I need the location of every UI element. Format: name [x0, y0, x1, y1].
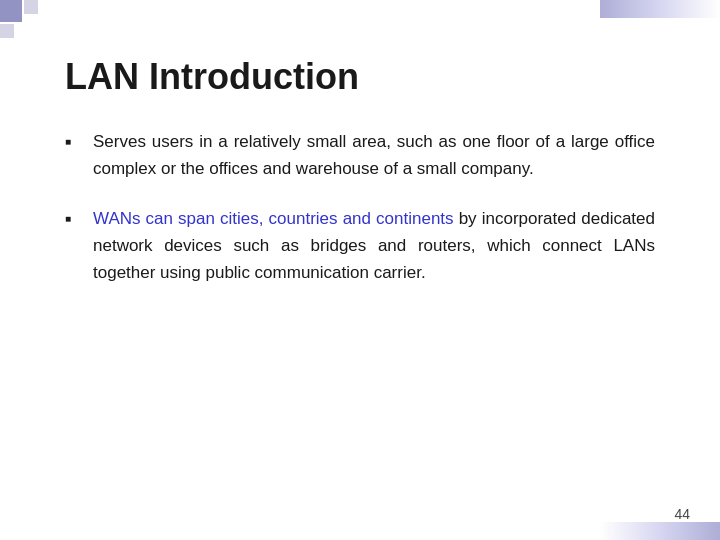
bullet-marker-2: ■	[65, 211, 85, 227]
bullet-marker-1: ■	[65, 134, 85, 150]
bullet-item-2: ■ WANs can span cities, countries and co…	[65, 205, 655, 287]
bullet-text-1: Serves users in a relatively small area,…	[93, 128, 655, 182]
bullet-text-2: WANs can span cities, countries and cont…	[93, 205, 655, 287]
slide-title: LAN Introduction	[65, 55, 655, 98]
highlight-wans: WANs can span cities, countries and cont…	[93, 209, 454, 228]
bullet-item-1: ■ Serves users in a relatively small are…	[65, 128, 655, 182]
page-number: 44	[674, 506, 690, 522]
bullet-list: ■ Serves users in a relatively small are…	[65, 128, 655, 286]
slide-content: LAN Introduction ■ Serves users in a rel…	[0, 0, 720, 540]
